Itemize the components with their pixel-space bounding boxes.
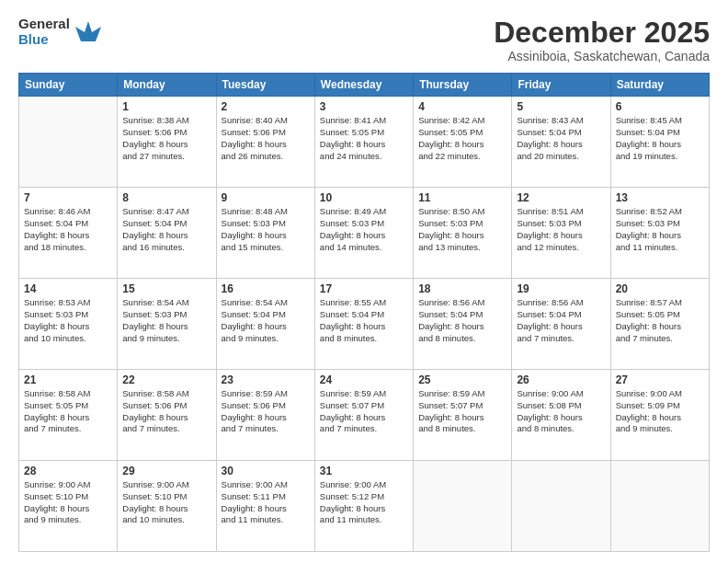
day-info: Sunrise: 9:00 AM Sunset: 5:10 PM Dayligh… (122, 479, 210, 526)
logo: General Blue (18, 17, 103, 47)
day-number: 1 (122, 100, 210, 113)
day-info: Sunrise: 8:57 AM Sunset: 5:05 PM Dayligh… (616, 297, 704, 344)
day-number: 16 (222, 282, 310, 295)
day-info: Sunrise: 8:56 AM Sunset: 5:04 PM Dayligh… (517, 297, 605, 344)
calendar-cell: 2Sunrise: 8:40 AM Sunset: 5:06 PM Daylig… (216, 97, 314, 188)
calendar-cell: 5Sunrise: 8:43 AM Sunset: 5:04 PM Daylig… (512, 97, 610, 188)
calendar-cell: 3Sunrise: 8:41 AM Sunset: 5:05 PM Daylig… (314, 97, 413, 188)
day-info: Sunrise: 8:54 AM Sunset: 5:03 PM Dayligh… (122, 297, 210, 344)
day-number: 15 (122, 282, 210, 295)
calendar-cell: 31Sunrise: 9:00 AM Sunset: 5:12 PM Dayli… (314, 461, 413, 552)
calendar-cell: 29Sunrise: 9:00 AM Sunset: 5:10 PM Dayli… (118, 461, 216, 552)
day-info: Sunrise: 8:48 AM Sunset: 5:03 PM Dayligh… (222, 206, 310, 253)
day-number: 2 (222, 100, 310, 113)
day-info: Sunrise: 8:58 AM Sunset: 5:05 PM Dayligh… (24, 388, 112, 435)
day-number: 30 (222, 465, 310, 477)
calendar-cell: 11Sunrise: 8:50 AM Sunset: 5:03 PM Dayli… (414, 188, 512, 279)
title-block: December 2025 Assiniboia, Saskatchewan, … (494, 17, 710, 63)
day-info: Sunrise: 9:00 AM Sunset: 5:09 PM Dayligh… (616, 388, 704, 435)
day-number: 10 (320, 191, 408, 204)
day-info: Sunrise: 8:53 AM Sunset: 5:03 PM Dayligh… (24, 297, 112, 344)
calendar-cell (512, 461, 610, 552)
calendar-cell: 14Sunrise: 8:53 AM Sunset: 5:03 PM Dayli… (19, 279, 118, 370)
calendar-cell: 25Sunrise: 8:59 AM Sunset: 5:07 PM Dayli… (414, 370, 512, 461)
day-info: Sunrise: 8:38 AM Sunset: 5:06 PM Dayligh… (122, 115, 210, 162)
day-number: 4 (418, 100, 506, 113)
calendar-week-4: 21Sunrise: 8:58 AM Sunset: 5:05 PM Dayli… (19, 370, 710, 461)
calendar-cell: 19Sunrise: 8:56 AM Sunset: 5:04 PM Dayli… (512, 279, 610, 370)
day-number: 11 (418, 191, 506, 204)
day-number: 6 (616, 100, 704, 113)
day-info: Sunrise: 8:51 AM Sunset: 5:03 PM Dayligh… (517, 206, 605, 253)
calendar-cell: 20Sunrise: 8:57 AM Sunset: 5:05 PM Dayli… (610, 279, 709, 370)
calendar-cell (610, 461, 709, 552)
col-sunday: Sunday (19, 74, 118, 97)
day-info: Sunrise: 9:00 AM Sunset: 5:08 PM Dayligh… (517, 388, 605, 435)
calendar-week-2: 7Sunrise: 8:46 AM Sunset: 5:04 PM Daylig… (19, 188, 710, 279)
calendar-cell: 17Sunrise: 8:55 AM Sunset: 5:04 PM Dayli… (314, 279, 413, 370)
day-number: 5 (517, 100, 605, 113)
calendar-cell: 4Sunrise: 8:42 AM Sunset: 5:05 PM Daylig… (414, 97, 512, 188)
calendar-cell: 26Sunrise: 9:00 AM Sunset: 5:08 PM Dayli… (512, 370, 610, 461)
header-row: Sunday Monday Tuesday Wednesday Thursday… (19, 74, 710, 97)
day-number: 29 (122, 465, 210, 477)
day-info: Sunrise: 8:52 AM Sunset: 5:03 PM Dayligh… (616, 206, 704, 253)
calendar-cell (19, 97, 118, 188)
day-info: Sunrise: 8:56 AM Sunset: 5:04 PM Dayligh… (418, 297, 506, 344)
day-number: 25 (418, 373, 506, 386)
logo-blue: Blue (18, 32, 70, 48)
col-saturday: Saturday (610, 74, 709, 97)
day-info: Sunrise: 9:00 AM Sunset: 5:11 PM Dayligh… (222, 479, 310, 526)
day-info: Sunrise: 8:43 AM Sunset: 5:04 PM Dayligh… (517, 115, 605, 162)
day-info: Sunrise: 8:59 AM Sunset: 5:07 PM Dayligh… (418, 388, 506, 435)
col-friday: Friday (512, 74, 610, 97)
day-info: Sunrise: 8:50 AM Sunset: 5:03 PM Dayligh… (418, 206, 506, 253)
day-number: 13 (616, 191, 704, 204)
day-info: Sunrise: 8:54 AM Sunset: 5:04 PM Dayligh… (222, 297, 310, 344)
calendar-cell: 1Sunrise: 8:38 AM Sunset: 5:06 PM Daylig… (118, 97, 216, 188)
page: General Blue December 2025 Assiniboia, S… (0, 0, 728, 563)
calendar-cell: 16Sunrise: 8:54 AM Sunset: 5:04 PM Dayli… (216, 279, 314, 370)
day-info: Sunrise: 8:59 AM Sunset: 5:07 PM Dayligh… (320, 388, 408, 435)
calendar-week-3: 14Sunrise: 8:53 AM Sunset: 5:03 PM Dayli… (19, 279, 710, 370)
calendar-cell: 8Sunrise: 8:47 AM Sunset: 5:04 PM Daylig… (118, 188, 216, 279)
day-info: Sunrise: 8:58 AM Sunset: 5:06 PM Dayligh… (122, 388, 210, 435)
day-info: Sunrise: 8:40 AM Sunset: 5:06 PM Dayligh… (222, 115, 310, 162)
col-tuesday: Tuesday (216, 74, 314, 97)
day-number: 26 (517, 373, 605, 386)
day-number: 19 (517, 282, 605, 295)
calendar-cell: 23Sunrise: 8:59 AM Sunset: 5:06 PM Dayli… (216, 370, 314, 461)
calendar-week-1: 1Sunrise: 8:38 AM Sunset: 5:06 PM Daylig… (19, 97, 710, 188)
calendar-cell: 9Sunrise: 8:48 AM Sunset: 5:03 PM Daylig… (216, 188, 314, 279)
day-number: 17 (320, 282, 408, 295)
day-info: Sunrise: 8:55 AM Sunset: 5:04 PM Dayligh… (320, 297, 408, 344)
calendar-cell: 13Sunrise: 8:52 AM Sunset: 5:03 PM Dayli… (610, 188, 709, 279)
logo-icon (74, 16, 103, 45)
day-info: Sunrise: 8:45 AM Sunset: 5:04 PM Dayligh… (616, 115, 704, 162)
day-number: 3 (320, 100, 408, 113)
day-info: Sunrise: 8:47 AM Sunset: 5:04 PM Dayligh… (122, 206, 210, 253)
calendar-cell: 21Sunrise: 8:58 AM Sunset: 5:05 PM Dayli… (19, 370, 118, 461)
calendar-cell: 22Sunrise: 8:58 AM Sunset: 5:06 PM Dayli… (118, 370, 216, 461)
day-info: Sunrise: 9:00 AM Sunset: 5:12 PM Dayligh… (320, 479, 408, 526)
col-thursday: Thursday (414, 74, 512, 97)
day-number: 18 (418, 282, 506, 295)
calendar-cell: 24Sunrise: 8:59 AM Sunset: 5:07 PM Dayli… (314, 370, 413, 461)
day-number: 27 (616, 373, 704, 386)
day-info: Sunrise: 8:41 AM Sunset: 5:05 PM Dayligh… (320, 115, 408, 162)
calendar-cell: 6Sunrise: 8:45 AM Sunset: 5:04 PM Daylig… (610, 97, 709, 188)
calendar-cell: 15Sunrise: 8:54 AM Sunset: 5:03 PM Dayli… (118, 279, 216, 370)
day-number: 21 (24, 373, 112, 386)
month-title: December 2025 (494, 17, 710, 49)
day-info: Sunrise: 8:46 AM Sunset: 5:04 PM Dayligh… (24, 206, 112, 253)
day-info: Sunrise: 8:59 AM Sunset: 5:06 PM Dayligh… (222, 388, 310, 435)
day-number: 8 (122, 191, 210, 204)
day-number: 12 (517, 191, 605, 204)
day-number: 22 (122, 373, 210, 386)
svg-marker-0 (75, 21, 101, 41)
header: General Blue December 2025 Assiniboia, S… (18, 17, 710, 63)
calendar-cell: 10Sunrise: 8:49 AM Sunset: 5:03 PM Dayli… (314, 188, 413, 279)
day-number: 14 (24, 282, 112, 295)
calendar-cell: 7Sunrise: 8:46 AM Sunset: 5:04 PM Daylig… (19, 188, 118, 279)
calendar-cell: 27Sunrise: 9:00 AM Sunset: 5:09 PM Dayli… (610, 370, 709, 461)
